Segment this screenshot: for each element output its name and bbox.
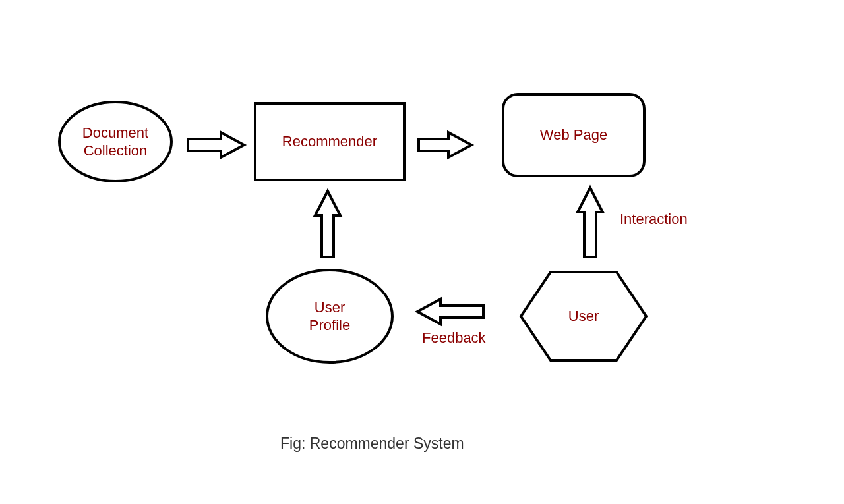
arrow-userprofile-to-recommender <box>311 188 344 264</box>
label-document-collection: Document Collection <box>56 99 175 184</box>
arrow-recommender-to-webpage <box>415 128 478 161</box>
label-recommender: Recommender <box>254 102 406 181</box>
svg-marker-3 <box>419 132 471 157</box>
label-web-page: Web Page <box>501 92 646 178</box>
user-profile-line2: Profile <box>309 316 350 335</box>
diagram-canvas: Document Collection Recommender Web Page… <box>0 0 844 504</box>
label-user-profile: User Profile <box>264 267 396 366</box>
label-interaction: Interaction <box>620 211 688 228</box>
figure-caption: Fig: Recommender System <box>280 435 464 453</box>
document-collection-line2: Collection <box>82 142 148 160</box>
arrow-user-to-userprofile <box>412 295 488 328</box>
svg-marker-5 <box>315 191 340 257</box>
svg-marker-8 <box>417 299 483 324</box>
document-collection-line1: Document <box>82 124 148 142</box>
arrow-user-to-webpage <box>574 184 607 264</box>
label-feedback: Feedback <box>422 329 486 347</box>
svg-marker-1 <box>188 132 244 157</box>
user-profile-line1: User <box>309 298 350 317</box>
label-user: User <box>518 267 649 366</box>
svg-marker-6 <box>578 188 603 257</box>
arrow-doc-to-recommender <box>185 128 251 161</box>
